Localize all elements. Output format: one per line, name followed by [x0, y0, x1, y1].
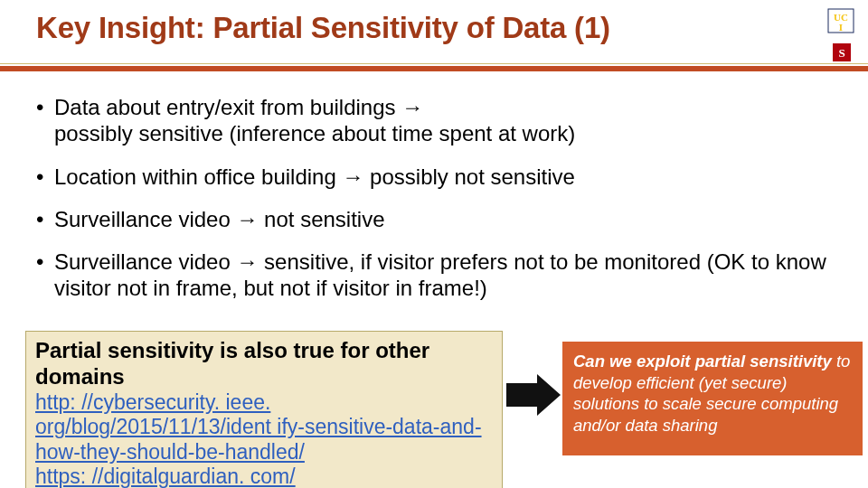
- slide-header: Key Insight: Partial Sensitivity of Data…: [0, 0, 868, 70]
- bullet-text: Data about entry/exit from buildings: [54, 95, 401, 119]
- highlight-text: Can we exploit partial sensitivity to de…: [573, 351, 855, 436]
- uci-logo-icon: UC I: [826, 7, 855, 38]
- callout-bold: Partial sensitivity is also true for oth…: [35, 338, 429, 389]
- arrow-icon: →: [401, 95, 423, 119]
- svg-text:I: I: [839, 22, 843, 33]
- bullet-text: not sensitive: [258, 207, 384, 231]
- header-rule: [0, 63, 868, 71]
- bullet-3: Surveillance video → not sensitive: [36, 206, 857, 232]
- bullet-text: Surveillance video: [54, 207, 236, 231]
- bullet-text: possibly sensitive (inference about time…: [54, 121, 575, 145]
- slide-title: Key Insight: Partial Sensitivity of Data…: [36, 11, 868, 45]
- block-arrow-icon: [506, 372, 562, 421]
- bullet-2: Location within office building → possib…: [36, 164, 857, 190]
- bullet-1: Data about entry/exit from buildings → p…: [36, 94, 857, 147]
- slide: Key Insight: Partial Sensitivity of Data…: [0, 0, 868, 488]
- bullet-list: Data about entry/exit from buildings → p…: [36, 94, 857, 302]
- svg-marker-6: [506, 374, 561, 416]
- arrow-icon: →: [342, 164, 363, 189]
- bullet-text: Surveillance video: [54, 249, 236, 274]
- stanford-logo-icon: S Stanford: [828, 42, 855, 78]
- callout-headline: Partial sensitivity is also true for oth…: [35, 337, 493, 390]
- bullet-text: possibly not sensitive: [363, 164, 574, 189]
- bullet-text: Location within office building: [54, 164, 342, 189]
- bullet-4: Surveillance video → sensitive, if visit…: [36, 249, 857, 302]
- callout-box: Partial sensitivity is also true for oth…: [25, 331, 503, 488]
- slide-content: Data about entry/exit from buildings → p…: [36, 94, 857, 318]
- arrow-icon: →: [236, 207, 258, 231]
- highlight-bold: Can we exploit partial sensitivity: [573, 352, 832, 371]
- callout-link-2[interactable]: https: //digitalguardian. com/: [35, 465, 493, 488]
- callout-link-1[interactable]: http: //cybersecurity. ieee. org/blog/20…: [35, 390, 493, 465]
- svg-text:S: S: [838, 46, 844, 60]
- highlight-box: Can we exploit partial sensitivity to de…: [562, 342, 863, 455]
- arrow-icon: →: [236, 249, 258, 274]
